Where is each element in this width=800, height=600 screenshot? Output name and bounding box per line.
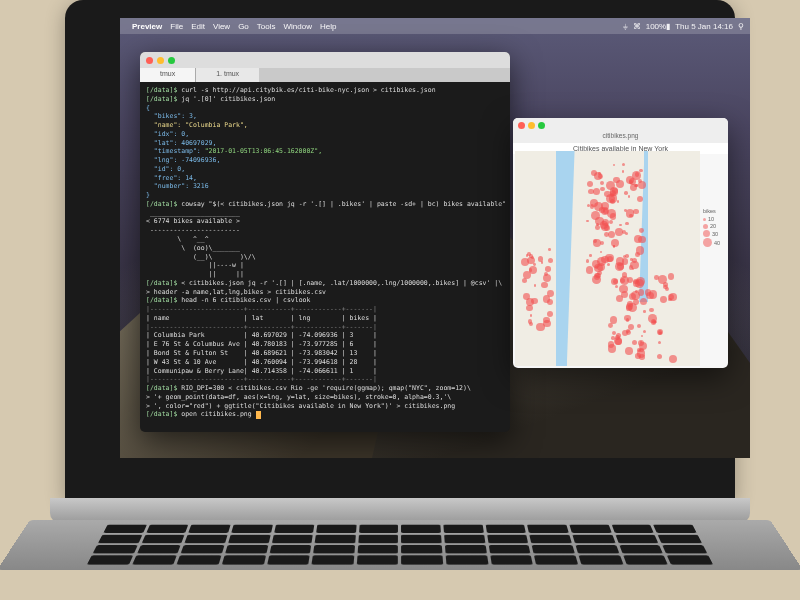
bike-station-dot — [591, 170, 597, 176]
bike-station-dot — [531, 298, 538, 305]
bike-station-dot — [622, 170, 624, 172]
minimize-icon[interactable] — [157, 57, 164, 64]
bike-station-dot — [586, 220, 588, 222]
minimize-icon[interactable] — [528, 122, 535, 129]
bike-station-dot — [630, 258, 633, 261]
map-legend: bikes 10 20 30 40 — [703, 208, 725, 248]
bike-station-dot — [640, 298, 647, 305]
bike-station-dot — [635, 353, 641, 359]
menu-window[interactable]: Window — [284, 22, 312, 31]
terminal-output[interactable]: [/data]$ curl -s http://api.citybik.es/c… — [140, 82, 510, 432]
bike-station-dot — [548, 248, 551, 251]
spotlight-icon[interactable]: ⚲ — [738, 22, 744, 31]
bike-station-dot — [625, 222, 628, 225]
zoom-icon[interactable] — [538, 122, 545, 129]
menu-go[interactable]: Go — [238, 22, 249, 31]
terminal-cursor — [256, 411, 261, 419]
bike-station-dot — [600, 251, 602, 253]
bike-station-dot — [608, 323, 613, 328]
bike-station-dot — [613, 164, 615, 166]
bike-station-dot — [624, 191, 628, 195]
bike-station-dot — [613, 245, 615, 247]
citibike-map — [515, 151, 700, 366]
bike-station-dot — [641, 335, 643, 337]
menu-view[interactable]: View — [213, 22, 230, 31]
battery-icon[interactable]: 100%▮ — [646, 22, 670, 31]
bike-station-dot — [636, 246, 644, 254]
bike-station-dot — [586, 266, 593, 273]
bike-station-dot — [595, 225, 600, 230]
bike-station-dot — [648, 314, 657, 323]
bike-station-dot — [536, 323, 545, 332]
bike-station-dot — [643, 310, 646, 313]
macos-desktop[interactable]: Preview File Edit View Go Tools Window H… — [120, 18, 750, 458]
close-icon[interactable] — [146, 57, 153, 64]
bike-station-dot — [634, 235, 642, 243]
bike-station-dot — [628, 195, 630, 197]
screen-bezel: Preview File Edit View Go Tools Window H… — [65, 0, 735, 500]
wifi-icon[interactable]: ⏚ — [623, 22, 628, 31]
bike-station-dot — [624, 315, 630, 321]
menubar-clock[interactable]: Thu 5 Jan 14:16 — [675, 22, 733, 31]
bike-station-dot — [593, 188, 600, 195]
bike-station-dot — [669, 355, 677, 363]
terminal-tab[interactable]: 1. tmux — [196, 68, 259, 82]
bike-station-dot — [592, 275, 601, 284]
bike-station-dot — [605, 254, 613, 262]
bike-station-dot — [615, 335, 620, 340]
bike-station-dot — [629, 214, 632, 217]
bike-station-dot — [617, 200, 619, 202]
bike-station-dot — [629, 178, 636, 185]
bike-station-dot — [659, 332, 661, 334]
preview-titlebar[interactable] — [513, 118, 728, 132]
terminal-tabbar[interactable]: tmux 1. tmux — [140, 68, 510, 82]
laptop: Preview File Edit View Go Tools Window H… — [30, 0, 770, 600]
bike-station-dot — [668, 273, 674, 279]
terminal-tab[interactable]: tmux — [140, 68, 196, 82]
bike-station-dot — [538, 256, 543, 261]
bike-station-dot — [635, 279, 643, 287]
menu-tools[interactable]: Tools — [257, 22, 276, 31]
legend-title: bikes — [703, 208, 725, 214]
bike-station-dot — [544, 272, 548, 276]
bike-station-dot — [527, 257, 535, 265]
menu-edit[interactable]: Edit — [191, 22, 205, 31]
bike-station-dot — [608, 341, 615, 348]
bike-station-dot — [639, 228, 644, 233]
bike-station-dot — [622, 258, 628, 264]
menubar-app-name[interactable]: Preview — [132, 22, 162, 31]
bike-station-dot — [638, 289, 645, 296]
bike-station-dot — [589, 254, 592, 257]
bike-station-dot — [627, 301, 633, 307]
bike-station-dot — [523, 293, 530, 300]
terminal-window[interactable]: tmux 1. tmux [/data]$ curl -s http://api… — [140, 52, 510, 432]
bike-station-dot — [545, 266, 551, 272]
preview-window[interactable]: citibikes.png Citibikes available in New… — [513, 118, 728, 368]
zoom-icon[interactable] — [168, 57, 175, 64]
bike-station-dot — [619, 224, 621, 226]
menu-help[interactable]: Help — [320, 22, 336, 31]
bike-station-dot — [600, 181, 604, 185]
bike-station-dot — [635, 172, 639, 176]
photo-of-laptop: Preview File Edit View Go Tools Window H… — [0, 0, 800, 600]
bike-station-dot — [625, 347, 633, 355]
menu-file[interactable]: File — [170, 22, 183, 31]
close-icon[interactable] — [518, 122, 525, 129]
bike-station-dot — [649, 290, 657, 298]
macos-menubar[interactable]: Preview File Edit View Go Tools Window H… — [120, 18, 750, 34]
laptop-keyboard — [0, 520, 800, 570]
bike-station-dot — [595, 217, 603, 225]
preview-filename: citibikes.png — [513, 132, 728, 143]
bluetooth-icon[interactable]: ⌘ — [633, 22, 641, 31]
bike-station-dot — [526, 305, 532, 311]
bike-station-dot — [638, 179, 642, 183]
bike-station-dot — [548, 258, 553, 263]
terminal-titlebar[interactable] — [140, 52, 510, 68]
bike-station-dot — [586, 259, 590, 263]
bike-station-dot — [543, 317, 550, 324]
bike-station-dot — [541, 282, 547, 288]
bike-station-dot — [534, 284, 536, 286]
